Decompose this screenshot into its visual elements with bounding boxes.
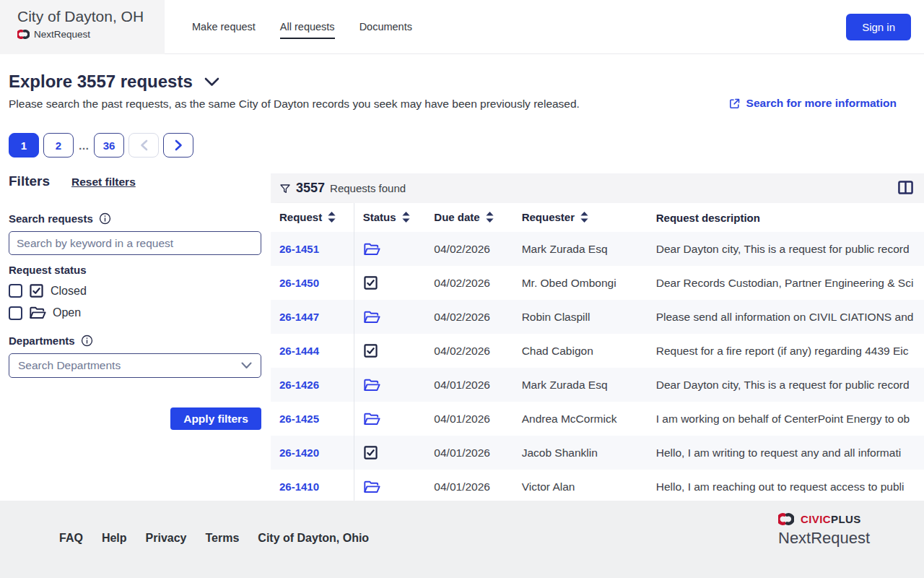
folder-open-icon (363, 412, 426, 426)
column-header-status[interactable]: Status (354, 203, 425, 232)
table-row: 26-142004/01/2026Jacob ShanklinHello, I … (271, 436, 924, 470)
status-cell (354, 232, 425, 266)
folder-open-icon (363, 480, 426, 494)
column-header-request[interactable]: Request (271, 203, 354, 232)
check-square-icon (29, 283, 44, 298)
status-option-open[interactable]: Open (9, 306, 261, 320)
due-date-cell: 04/01/2026 (425, 436, 513, 470)
nav-item-make-request[interactable]: Make request (192, 14, 256, 39)
brand-name: NextRequest (34, 29, 90, 40)
column-header-requester[interactable]: Requester (513, 203, 648, 232)
description-cell: Dear Dayton city, This is a request for … (648, 368, 924, 402)
folder-open-icon (363, 242, 426, 256)
requester-cell: Jacob Shanklin (513, 436, 648, 470)
due-date-cell: 04/02/2026 (425, 266, 513, 300)
agency-logo-box[interactable]: City of Dayton, OH NextRequest (0, 0, 165, 54)
pagination: 12…36 (9, 133, 193, 158)
request-link[interactable]: 26-1425 (279, 413, 319, 425)
description-cell: Dear Records Custodian, Partner Engineer… (648, 266, 924, 300)
table-row: 26-144404/02/2026Chad CabigonRequest for… (271, 334, 924, 368)
column-header-due-date[interactable]: Due date (425, 203, 513, 232)
status-option-closed[interactable]: Closed (9, 283, 261, 298)
footer-link-faq[interactable]: FAQ (59, 532, 83, 545)
checkbox[interactable] (9, 284, 22, 298)
main-nav: Make requestAll requestsDocuments (192, 14, 412, 39)
status-option-label: Open (53, 306, 81, 319)
reset-filters-link[interactable]: Reset filters (71, 176, 136, 189)
apply-filters-button[interactable]: Apply filters (170, 407, 261, 430)
table-row: 26-144704/02/2026Robin ClaspillPlease se… (271, 300, 924, 334)
page-title: Explore 3557 requests (9, 72, 193, 92)
chevron-down-icon[interactable] (204, 77, 219, 87)
chevron-down-icon (241, 362, 252, 369)
search-more-label: Search for more information (746, 97, 897, 110)
sort-icon[interactable] (486, 212, 494, 225)
page-button-2[interactable]: 2 (43, 133, 74, 158)
external-link-icon (728, 98, 741, 110)
search-requests-input[interactable] (9, 231, 261, 255)
table-row: 26-145004/02/2026Mr. Obed OmbongiDear Re… (271, 266, 924, 300)
sort-icon[interactable] (580, 212, 588, 225)
nav-item-documents[interactable]: Documents (359, 14, 412, 39)
next-page-button[interactable] (163, 133, 193, 158)
check-square-icon (363, 445, 426, 460)
requester-cell: Andrea McCormick (513, 402, 648, 436)
page-button-36[interactable]: 36 (94, 133, 124, 158)
nextrequest-wordmark: NextRequest (778, 529, 870, 548)
footer-link-terms[interactable]: Terms (206, 532, 240, 545)
nav-item-all-requests[interactable]: All requests (280, 14, 335, 39)
footer-link-city-of-dayton-ohio[interactable]: City of Dayton, Ohio (258, 532, 369, 545)
column-settings-button[interactable] (897, 180, 914, 197)
request-link[interactable]: 26-1426 (279, 379, 319, 391)
description-cell: Hello, I am writing to request any and a… (648, 436, 924, 470)
status-cell (354, 334, 425, 368)
description-cell: Please send all information on CIVIL CIA… (648, 300, 924, 334)
info-icon[interactable] (99, 212, 111, 225)
results-panel: 3557 Requests found RequestStatusDue dat… (271, 173, 924, 501)
request-status-label: Request status (9, 264, 87, 276)
info-icon[interactable] (81, 335, 93, 347)
folder-open-icon (363, 310, 426, 324)
footer-brand: CIVICPLUS NextRequest (778, 513, 870, 548)
pagination-ellipsis: … (78, 133, 90, 158)
due-date-cell: 04/01/2026 (425, 368, 513, 402)
footer-link-privacy[interactable]: Privacy (146, 532, 187, 545)
requester-cell: Mark Zurada Esq (513, 368, 648, 402)
description-cell: Hello, I am reaching out to request acce… (648, 470, 924, 501)
checkbox[interactable] (9, 306, 22, 320)
sort-icon[interactable] (328, 212, 336, 225)
departments-label: Departments (9, 335, 75, 347)
civicplus-wordmark: CIVICPLUS (801, 513, 861, 525)
search-more-link[interactable]: Search for more information (728, 97, 897, 110)
sign-in-button[interactable]: Sign in (846, 14, 911, 40)
due-date-cell: 04/01/2026 (425, 402, 513, 436)
top-header: City of Dayton, OH NextRequest Make requ… (0, 0, 924, 54)
sort-icon[interactable] (402, 212, 410, 225)
request-link[interactable]: 26-1420 (279, 447, 319, 459)
page-footer: FAQHelpPrivacyTermsCity of Dayton, Ohio … (0, 501, 924, 578)
footer-link-help[interactable]: Help (102, 532, 127, 545)
status-cell (354, 368, 425, 402)
requester-cell: Robin Claspill (513, 300, 648, 334)
due-date-cell: 04/02/2026 (425, 232, 513, 266)
request-link[interactable]: 26-1447 (279, 311, 319, 323)
check-square-icon (363, 275, 426, 290)
departments-select[interactable]: Search Departments (9, 353, 261, 378)
status-cell (354, 436, 425, 470)
filters-panel: Filters Reset filters Search requests Re… (9, 173, 261, 430)
status-option-label: Closed (51, 285, 87, 298)
agency-name: City of Dayton, OH (17, 8, 157, 25)
civicplus-mark-icon (778, 513, 794, 525)
request-link[interactable]: 26-1444 (279, 345, 319, 357)
search-requests-label: Search requests (9, 212, 93, 225)
request-link[interactable]: 26-1450 (279, 277, 319, 289)
request-link[interactable]: 26-1451 (279, 243, 319, 255)
previous-page-button[interactable] (128, 133, 159, 158)
page-button-1[interactable]: 1 (9, 133, 39, 158)
check-square-icon (363, 343, 426, 358)
due-date-cell: 04/01/2026 (425, 470, 513, 501)
chevron-right-icon (175, 139, 183, 151)
folder-open-icon (363, 378, 426, 392)
chevron-left-icon (140, 139, 148, 151)
request-link[interactable]: 26-1410 (279, 480, 319, 493)
